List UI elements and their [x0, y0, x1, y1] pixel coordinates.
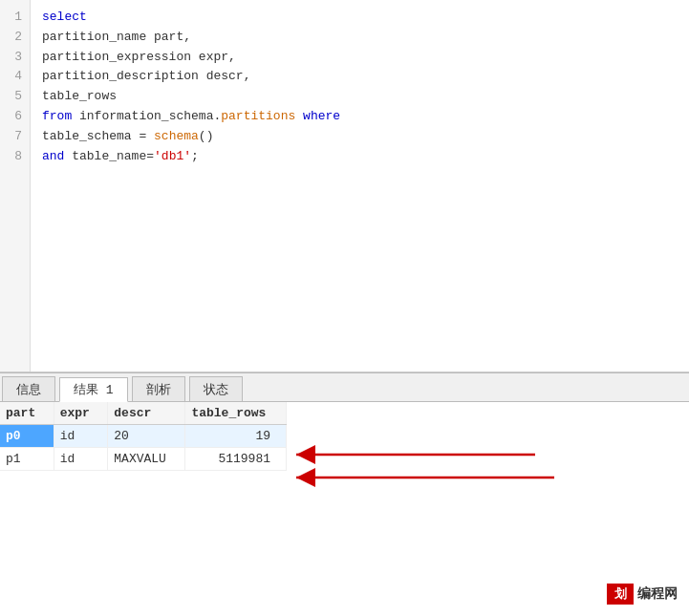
line-number: 3: [0, 48, 30, 68]
cell-part: p1: [0, 448, 54, 471]
cell-descr: MAXVALU: [108, 448, 185, 471]
code-token: schema: [154, 129, 199, 143]
line-numbers: 12345678: [0, 0, 31, 372]
code-line: table_schema = schema(): [42, 127, 678, 147]
table-row: p1idMAXVALU5119981: [0, 448, 287, 471]
line-number: 2: [0, 28, 30, 48]
code-token: select: [42, 10, 87, 24]
tab-信息[interactable]: 信息: [2, 376, 55, 401]
watermark-logo: 划: [607, 584, 634, 605]
bottom-panel: 信息结果 1剖析状态 partexprdescrtable_rows p0id2…: [0, 372, 689, 616]
cell-descr: 20: [108, 425, 185, 448]
line-number: 5: [0, 87, 30, 107]
code-editor: 12345678 selectpartition_name part,parti…: [0, 0, 689, 372]
code-token: from: [42, 109, 79, 123]
code-token: partition_name part,: [42, 30, 191, 44]
cell-expr: id: [54, 425, 108, 448]
code-token: table_name=: [64, 149, 154, 163]
code-token: 'db1': [154, 149, 191, 163]
code-line: from information_schema.partitions where: [42, 107, 678, 127]
code-token: partition_description descr,: [42, 69, 250, 83]
watermark-text: 编程网: [637, 585, 678, 603]
line-number: 4: [0, 67, 30, 87]
code-token: table_rows: [42, 89, 117, 103]
code-token: and: [42, 149, 64, 163]
col-header-table_rows: table_rows: [185, 402, 287, 425]
code-token: where: [295, 109, 340, 123]
code-line: select: [42, 8, 678, 28]
code-token: (): [199, 129, 214, 143]
code-line: and table_name='db1';: [42, 147, 678, 167]
cell-expr: id: [54, 448, 108, 471]
watermark: 划 编程网: [607, 584, 678, 605]
code-line: partition_name part,: [42, 28, 678, 48]
results-table: partexprdescrtable_rows p0id2019p1idMAXV…: [0, 402, 287, 471]
cell-table_rows: 19: [185, 425, 287, 448]
tabs-bar: 信息结果 1剖析状态: [0, 373, 689, 402]
cell-table_rows: 5119981: [185, 448, 287, 471]
code-token: ;: [191, 149, 199, 163]
code-token: table_schema =: [42, 129, 154, 143]
table-row: p0id2019: [0, 425, 287, 448]
tab-剖析[interactable]: 剖析: [132, 376, 185, 401]
code-line: partition_expression expr,: [42, 48, 678, 68]
tab-结果-1[interactable]: 结果 1: [59, 377, 128, 402]
col-header-expr: expr: [54, 402, 108, 425]
code-content[interactable]: selectpartition_name part,partition_expr…: [31, 0, 689, 372]
line-number: 7: [0, 127, 30, 147]
code-line: partition_description descr,: [42, 67, 678, 87]
col-header-descr: descr: [108, 402, 185, 425]
code-line: table_rows: [42, 87, 678, 107]
code-token: information_schema: [79, 109, 213, 123]
code-token: partition_expression expr,: [42, 50, 236, 64]
code-token: partitions: [221, 109, 295, 123]
cell-part: p0: [0, 425, 54, 448]
line-number: 1: [0, 8, 30, 28]
col-header-part: part: [0, 402, 54, 425]
tab-状态[interactable]: 状态: [189, 376, 243, 401]
results-table-area: partexprdescrtable_rows p0id2019p1idMAXV…: [0, 402, 689, 616]
line-number: 8: [0, 147, 30, 167]
line-number: 6: [0, 107, 30, 127]
